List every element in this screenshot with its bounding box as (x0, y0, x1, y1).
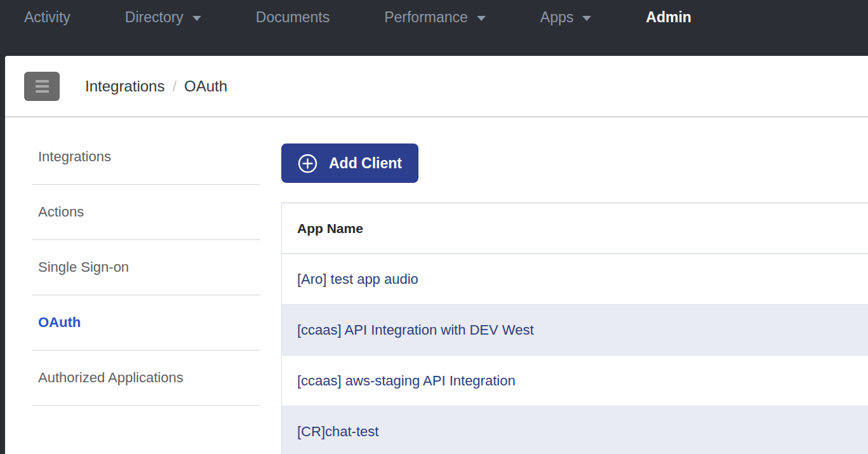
nav-item-admin[interactable]: Admin (646, 8, 691, 26)
app-name-link[interactable]: [ccaas] aws-staging API Integration (297, 373, 516, 389)
breadcrumb-bar: Integrations/OAuth (5, 56, 868, 117)
breadcrumb-item-integrations[interactable]: Integrations (85, 77, 164, 95)
sidebar-item-label: Actions (38, 204, 84, 220)
nav-item-label: Admin (646, 8, 691, 26)
add-client-button[interactable]: Add Client (281, 144, 418, 183)
table-row[interactable]: [ccaas] aws-staging API Integration (282, 356, 868, 406)
nav-item-label: Documents (256, 8, 330, 26)
nav-item-label: Activity (24, 8, 70, 26)
app-name-link[interactable]: [ccaas] API Integration with DEV West (297, 322, 534, 338)
nav-item-apps[interactable]: Apps (540, 8, 591, 26)
app-name-link[interactable]: [CR]chat-test (297, 424, 378, 440)
breadcrumb: Integrations/OAuth (85, 77, 227, 95)
oauth-clients-table: App Name [Aro] test app audio[ccaas] API… (281, 203, 868, 454)
nav-item-documents[interactable]: Documents (256, 8, 330, 26)
main-panel: Add Client App Name [Aro] test app audio… (281, 117, 868, 454)
chevron-down-icon (477, 16, 486, 21)
nav-item-label: Apps (540, 8, 573, 26)
hamburger-icon (36, 80, 49, 93)
chevron-down-icon (582, 16, 591, 21)
menu-button[interactable] (24, 72, 60, 101)
nav-item-label: Directory (125, 8, 184, 26)
sidebar-item-label: Integrations (38, 149, 111, 165)
nav-item-directory[interactable]: Directory (125, 8, 201, 26)
top-nav: ActivityDirectoryDocumentsPerformanceApp… (0, 0, 868, 56)
content-area: IntegrationsActionsSingle Sign-onOAuthAu… (5, 117, 868, 454)
table-body: [Aro] test app audio[ccaas] API Integrat… (282, 254, 868, 454)
add-client-label: Add Client (329, 155, 402, 172)
sidebar: IntegrationsActionsSingle Sign-onOAuthAu… (5, 117, 260, 406)
nav-item-label: Performance (384, 8, 468, 26)
nav-item-performance[interactable]: Performance (384, 8, 486, 26)
column-header-app-name: App Name (297, 221, 363, 236)
nav-item-activity[interactable]: Activity (24, 8, 70, 26)
table-row[interactable]: [ccaas] API Integration with DEV West (282, 305, 868, 356)
breadcrumb-separator: / (172, 77, 177, 95)
sidebar-item-label: OAuth (38, 314, 81, 331)
sidebar-item-label: Authorized Applications (38, 370, 184, 386)
sidebar-item-single-sign-on[interactable]: Single Sign-on (32, 240, 260, 295)
sidebar-item-authorized-applications[interactable]: Authorized Applications (32, 351, 260, 406)
app-window: ActivityDirectoryDocumentsPerformanceApp… (0, 0, 868, 454)
sidebar-item-integrations[interactable]: Integrations (32, 130, 260, 185)
sidebar-item-actions[interactable]: Actions (32, 185, 260, 240)
table-row[interactable]: [Aro] test app audio (282, 254, 868, 305)
sidebar-item-oauth[interactable]: OAuth (32, 295, 260, 351)
table-row[interactable]: [CR]chat-test (282, 406, 868, 454)
table-header: App Name (282, 203, 868, 254)
app-name-link[interactable]: [Aro] test app audio (297, 271, 418, 288)
chevron-down-icon (192, 16, 201, 21)
sidebar-item-label: Single Sign-on (38, 259, 129, 276)
plus-circle-icon (298, 154, 317, 173)
breadcrumb-item-oauth: OAuth (184, 77, 227, 95)
page-panel: Integrations/OAuth IntegrationsActionsSi… (5, 56, 868, 454)
